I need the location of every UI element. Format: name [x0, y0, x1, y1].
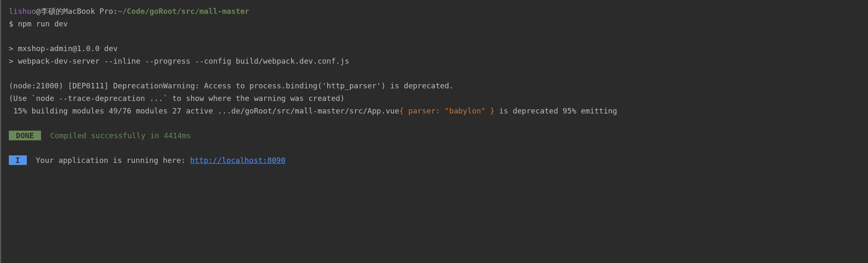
deprecation-warning-1: (node:21000) [DEP0111] DeprecationWarnin…: [9, 80, 868, 92]
prompt-dollar: $: [9, 19, 18, 28]
info-message: Your application is running here:: [36, 156, 190, 165]
npm-script-line-2: > webpack-dev-server --inline --progress…: [9, 55, 868, 67]
deprecation-warning-2: (Use `node --trace-deprecation ...` to s…: [9, 92, 868, 105]
parser-config: { parser: "babylon" }: [399, 106, 495, 115]
blank-line: [9, 67, 868, 80]
prompt-at: @: [36, 7, 41, 15]
app-url-link[interactable]: http://localhost:8090: [190, 156, 286, 165]
done-line: DONE Compiled successfully in 4414ms: [9, 129, 868, 142]
prompt-user: lishuo: [9, 7, 36, 15]
prompt-path: ~/Code/goRoot/src/mall-master: [118, 7, 249, 15]
prompt-host: 李硕的MacBook Pro: [41, 7, 113, 15]
build-progress-suffix: is deprecated 95% emitting: [495, 106, 617, 115]
build-progress-line: 15% building modules 49/76 modules 27 ac…: [9, 105, 868, 117]
command-text: npm run dev: [18, 19, 68, 28]
done-message: Compiled successfully in 4414ms: [50, 131, 191, 140]
info-badge: I: [9, 155, 27, 165]
info-line: I Your application is running here: http…: [9, 154, 868, 167]
command-line: $ npm run dev: [9, 18, 868, 30]
blank-line: [9, 117, 868, 129]
build-progress-prefix: 15% building modules 49/76 modules 27 ac…: [9, 106, 399, 115]
prompt-line: lishuo@李硕的MacBook Pro:~/Code/goRoot/src/…: [9, 5, 868, 18]
done-badge: DONE: [9, 131, 41, 140]
npm-script-line-1: > mxshop-admin@1.0.0 dev: [9, 42, 868, 55]
prompt-colon: :: [113, 7, 118, 15]
blank-line: [9, 142, 868, 155]
blank-line: [9, 30, 868, 42]
